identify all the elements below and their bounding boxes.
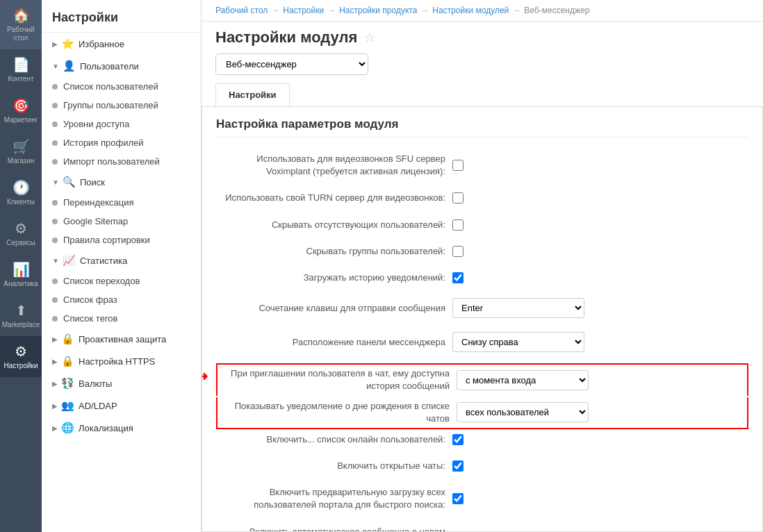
nav-item-clients[interactable]: 🕐Клиенты (0, 172, 42, 213)
settings-select-5[interactable]: EnterShift+EnterCtrl+Enter (452, 298, 584, 318)
red-mark-icon: ↱ (202, 371, 209, 389)
sidebar-parent-поиск[interactable]: ▼🔍Поиск (42, 171, 201, 193)
sidebar-child-группы-пользователей[interactable]: Группы пользователей (42, 96, 201, 115)
arrow-icon: ▶ (52, 335, 58, 343)
child-label: Импорт пользователей (63, 156, 160, 167)
tab-settings[interactable]: Настройки (215, 83, 290, 106)
nav-item-content[interactable]: 📄Контент (0, 49, 42, 90)
settings-checkbox-2[interactable] (452, 219, 463, 231)
sidebar-child-история-профилей[interactable]: История профилей (42, 133, 201, 152)
nav-item-settings[interactable]: ⚙Настройки (0, 336, 42, 377)
settings-label-3: Скрывать группы пользователей: (216, 245, 452, 258)
settings-select-8[interactable]: всех пользователейникоготолько друзей (457, 402, 589, 422)
settings-row-9: Включить... список онлайн пользователей: (216, 431, 748, 449)
settings-row-2: Скрывать отсутствующих пользователей: (216, 216, 748, 234)
child-label: Список тегов (63, 313, 118, 324)
settings-checkbox-11[interactable] (452, 493, 463, 504)
sidebar-child-правила-сортировки[interactable]: Правила сортировки (42, 231, 201, 249)
sidebar-parent-статистика[interactable]: ▼📈Статистика (42, 249, 201, 272)
marketplace-icon: ⬆ (15, 302, 27, 319)
nav-item-marketplace[interactable]: ⬆Marketplace (0, 295, 42, 336)
breadcrumb-link[interactable]: Настройки модулей (432, 6, 509, 15)
parent-label: Настройка HTTPS (79, 356, 155, 367)
parent-icon: 👥 (61, 399, 74, 412)
sidebar-child-google-sitemap[interactable]: Google Sitemap (42, 212, 201, 231)
icon-navigation: 🏠Рабочий стол📄Контент🎯Маркетинг🛒Магазин🕐… (0, 0, 42, 532)
settings-checkbox-3[interactable] (452, 246, 463, 257)
parent-label: Пользователи (80, 61, 139, 72)
parent-icon: 👤 (63, 60, 76, 72)
breadcrumb-link[interactable]: Настройки продукта (339, 6, 417, 15)
sidebar-parent-пользователи[interactable]: ▼👤Пользователи (42, 55, 201, 77)
nav-label-marketing: Маркетинг (4, 116, 38, 124)
settings-select-6[interactable]: Снизу справаСнизу слеваСверху справа (452, 332, 584, 352)
bullet-icon (52, 219, 58, 224)
child-label: Группы пользователей (63, 100, 158, 110)
settings-checkbox-9[interactable] (452, 434, 463, 445)
settings-label-6: Расположение панели мессенджера (216, 336, 452, 349)
breadcrumb-link[interactable]: Рабочий стол (215, 6, 268, 15)
settings-row-3: Скрывать группы пользователей: (216, 242, 748, 260)
settings-checkbox-4[interactable] (452, 272, 463, 283)
nav-item-shop[interactable]: 🛒Магазин (0, 131, 42, 172)
bullet-icon (52, 140, 58, 146)
sidebar-child-список-фраз[interactable]: Список фраз (42, 290, 201, 309)
sidebar-child-список-тегов[interactable]: Список тегов (42, 309, 201, 328)
breadcrumb-link[interactable]: Настройки (283, 6, 324, 15)
nav-item-marketing[interactable]: 🎯Маркетинг (0, 90, 42, 131)
section-heading: Настройка параметров модуля (216, 117, 748, 138)
services-icon: ⚙ (15, 220, 27, 237)
module-dropdown[interactable]: Веб-мессенджер (215, 53, 368, 75)
bullet-icon (52, 103, 58, 108)
settings-control-5: EnterShift+EnterCtrl+Enter (452, 298, 584, 318)
settings-checkbox-1[interactable] (452, 192, 463, 203)
favorite-star-icon[interactable]: ☆ (364, 30, 375, 45)
nav-label-marketplace: Marketplace (2, 321, 40, 329)
settings-row-5: Сочетание клавиш для отправки сообщенияE… (216, 295, 748, 321)
breadcrumb-sep: → (512, 6, 520, 15)
module-select-wrapper: Веб-мессенджер (215, 53, 749, 75)
sidebar-parent-ad/ldap[interactable]: ▶👥AD/LDAP (42, 394, 201, 417)
sidebar-title: Настройки (42, 0, 201, 33)
sidebar-child-переиндексация[interactable]: Переиндексация (42, 193, 201, 212)
sidebar-parent-настройка-https[interactable]: ▶🔒Настройка HTTPS (42, 350, 201, 372)
sidebar-parent-проактивная-защита[interactable]: ▶🔒Проактивная защита (42, 328, 201, 350)
parent-icon: ⭐ (61, 38, 74, 50)
settings-label-4: Загружать историю уведомлений: (216, 272, 452, 284)
sidebar-parent-валюты[interactable]: ▶💱Валюты (42, 372, 201, 394)
desktop-icon: 🏠 (13, 7, 30, 24)
settings-row-11: Включить предварительную загрузку всех п… (216, 483, 748, 514)
settings-select-7[interactable]: с момента входався историяне доступна (457, 370, 589, 390)
sidebar: Настройки ▶⭐Избранное▼👤ПользователиСписо… (42, 0, 202, 532)
sidebar-child-список-переходов[interactable]: Список переходов (42, 272, 201, 290)
sidebar-parent-избранное[interactable]: ▶⭐Избранное (42, 33, 201, 55)
sidebar-child-список-пользователей[interactable]: Список пользователей (42, 77, 201, 96)
parent-label: Поиск (80, 177, 105, 188)
parent-icon: 🔍 (63, 176, 76, 188)
marketing-icon: 🎯 (13, 97, 30, 114)
settings-control-9 (452, 434, 463, 445)
child-label: Уровни доступа (63, 119, 129, 129)
sidebar-child-импорт-пользователей[interactable]: Импорт пользователей (42, 152, 201, 171)
child-label: Переиндексация (63, 197, 134, 208)
sidebar-parent-локализация[interactable]: ▶🌐Локализация (42, 417, 201, 439)
sidebar-child-уровни-доступа[interactable]: Уровни доступа (42, 115, 201, 133)
panel-wrapper: Настройка параметров модуля Использовать… (202, 106, 763, 532)
settings-row-10: Включить открытые чаты: (216, 457, 748, 475)
breadcrumb: Рабочий стол→Настройки→Настройки продукт… (202, 0, 763, 22)
child-label: Правила сортировки (63, 235, 150, 245)
parent-icon: 🌐 (61, 422, 74, 434)
arrow-icon: ▶ (52, 358, 58, 365)
parent-label: Избранное (79, 39, 124, 49)
parent-icon: 🔒 (61, 333, 74, 345)
arrow-icon: ▶ (52, 402, 58, 410)
settings-checkbox-10[interactable] (452, 460, 463, 472)
nav-item-services[interactable]: ⚙Сервисы (0, 213, 42, 254)
settings-checkbox-0[interactable] (452, 160, 463, 171)
parent-label: AD/LDAP (79, 401, 117, 411)
nav-item-analytics[interactable]: 📊Аналитика (0, 254, 42, 295)
nav-item-desktop[interactable]: 🏠Рабочий стол (0, 0, 42, 49)
settings-panel: Настройка параметров модуля Использовать… (202, 106, 763, 532)
settings-control-11 (452, 493, 463, 504)
settings-row-8: Показывать уведомление о дне рождения в … (216, 397, 748, 429)
